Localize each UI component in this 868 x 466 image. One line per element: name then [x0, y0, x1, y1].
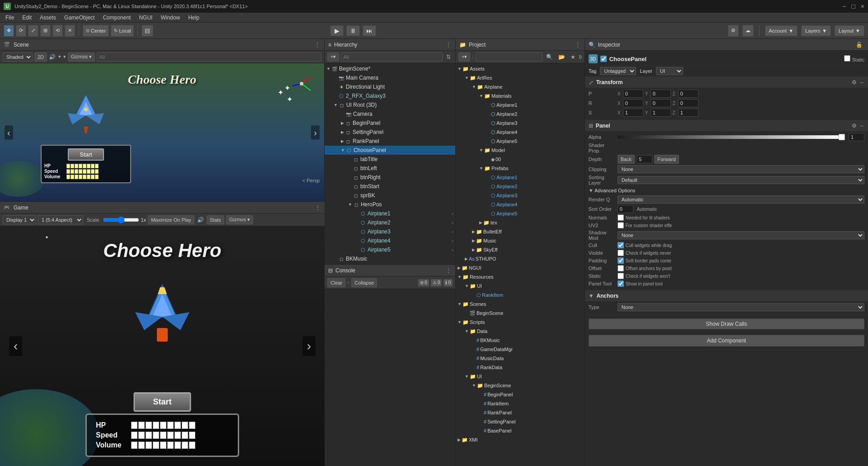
project-star-icon[interactable]: ★	[569, 53, 577, 61]
project-airplane-folder[interactable]: 📁 Airplane	[456, 82, 585, 91]
hierarchy-btnstart[interactable]: ◻ btnStart	[325, 182, 455, 191]
hierarchy-settingpanel[interactable]: ◻ SettingPanel	[325, 128, 455, 137]
project-mat-airplane4[interactable]: ⬡ Airplane4	[456, 128, 585, 137]
depth-back-btn[interactable]: Back	[618, 155, 635, 164]
step-button[interactable]: ⏭	[363, 25, 376, 36]
project-materials[interactable]: 📁 Materials	[456, 91, 585, 100]
project-gamedatamgr[interactable]: # GameDataMgr	[456, 345, 585, 354]
anchors-header[interactable]: ▼ Anchors	[585, 290, 868, 301]
play-button[interactable]: ▶	[330, 25, 344, 36]
project-rankpanel-script[interactable]: # RankPanel	[456, 408, 585, 417]
rot-x-input[interactable]	[623, 99, 643, 107]
settings-button[interactable]: ⚙	[728, 25, 739, 37]
hierarchy-rankpanel[interactable]: ◻ RankPanel	[325, 137, 455, 146]
pos-z-input[interactable]	[678, 90, 698, 98]
gizmos-button[interactable]: Gizmos ▾	[68, 52, 95, 62]
project-panel-menu[interactable]: ⋮	[575, 41, 581, 48]
transform-header[interactable]: ⤢ Transform ⚙ ↔	[585, 77, 868, 88]
panel-tool-checkbox[interactable]	[618, 281, 624, 287]
menu-ngui[interactable]: NGUI	[135, 14, 156, 22]
project-search-icon[interactable]: 🔍	[544, 53, 555, 61]
game-gizmos-button[interactable]: Gizmos ▾	[226, 215, 253, 224]
project-scripts[interactable]: 📁 Scripts	[456, 318, 585, 327]
minimize-button[interactable]: −	[842, 3, 846, 10]
hierarchy-airplane2[interactable]: ⬡ Airplane2 ›	[325, 218, 455, 227]
depth-input[interactable]	[637, 155, 652, 163]
scale-x-input[interactable]	[623, 109, 643, 117]
aspect-select[interactable]: 1 (5:4 Aspect)	[38, 215, 83, 224]
project-bkmusic-script[interactable]: # BKMusic	[456, 336, 585, 345]
hierarchy-main-camera[interactable]: 📷 Main Camera	[325, 73, 455, 82]
game-nav-right[interactable]: ›	[302, 336, 316, 356]
pivot-center-button[interactable]: ⊙ Center	[83, 25, 109, 37]
hierarchy-airplane3[interactable]: ⬡ Airplane3 ›	[325, 227, 455, 236]
menu-window[interactable]: Window	[157, 14, 184, 22]
project-ngui[interactable]: 📁 NGUI	[456, 263, 585, 272]
object-active-checkbox[interactable]	[600, 56, 607, 62]
pos-y-input[interactable]	[651, 90, 671, 98]
tool-transform[interactable]: ✕	[65, 25, 75, 37]
menu-assets[interactable]: Assets	[36, 14, 60, 22]
project-basepanel-script[interactable]: # BasePanel	[456, 426, 585, 435]
menu-edit[interactable]: Edit	[19, 14, 35, 22]
pos-x-input[interactable]	[623, 90, 643, 98]
coordinate-local-button[interactable]: ↻ Local	[111, 25, 134, 37]
hierarchy-beginscene[interactable]: 🎬 BeginScene*	[325, 64, 455, 73]
show-draw-calls-button[interactable]: Show Draw Calls	[589, 319, 864, 329]
advanced-options-header[interactable]: ▼ Advanced Options	[589, 187, 864, 194]
2d-button[interactable]: 2D	[34, 52, 47, 62]
shadow-mode-select[interactable]: None	[618, 231, 864, 239]
project-xmi[interactable]: 📁 XMI	[456, 435, 585, 444]
scale-y-input[interactable]	[651, 109, 671, 117]
console-tab[interactable]: Console	[335, 267, 355, 274]
layer-select[interactable]: UI	[656, 67, 683, 75]
tag-select[interactable]: Untagged	[600, 67, 636, 75]
audio-icon[interactable]: 🔊	[49, 54, 56, 60]
close-button[interactable]: ×	[861, 3, 864, 10]
project-scripts-ui-beginscene[interactable]: 📁 BeginScene	[456, 381, 585, 390]
project-mat-airplane2[interactable]: ⬡ Airplane2	[456, 109, 585, 119]
tool-scale[interactable]: ⊞	[40, 25, 51, 37]
project-mat-airplane5[interactable]: ⬡ Airplane5	[456, 137, 585, 146]
depth-forward-btn[interactable]: Forward	[654, 155, 679, 164]
project-mat-airplane1[interactable]: ⬡ Airplane1	[456, 100, 585, 109]
alpha-value-input[interactable]	[849, 133, 864, 141]
hierarchy-add-button[interactable]: +▾	[327, 52, 339, 62]
project-folder-icon[interactable]: 📂	[557, 53, 567, 61]
project-prefab-airplane4[interactable]: ⬡ Airplane4	[456, 200, 585, 209]
hierarchy-airplane4[interactable]: ⬡ Airplane4 ›	[325, 236, 455, 245]
project-resources[interactable]: 📁 Resources	[456, 272, 585, 281]
hierarchy-search-input[interactable]	[341, 52, 443, 62]
hierarchy-heropos[interactable]: ◻ HeroPos	[325, 200, 455, 209]
sort-order-input[interactable]	[618, 205, 633, 213]
menu-help[interactable]: Help	[184, 14, 203, 22]
console-panel-menu[interactable]: ⋮	[445, 267, 452, 274]
tool-rotate[interactable]: ⤢	[28, 25, 38, 37]
scene-extra-btn[interactable]: ▾	[63, 54, 66, 60]
scene-tab[interactable]: Scene	[14, 42, 29, 48]
hierarchy-btnright[interactable]: ◻ btnRight	[325, 173, 455, 182]
menu-component[interactable]: Component	[99, 14, 134, 22]
project-scenes[interactable]: 📁 Scenes	[456, 300, 585, 309]
project-tex[interactable]: 📁 tex	[456, 218, 585, 227]
project-artres[interactable]: 📁 ArtRes	[456, 73, 585, 82]
project-prefab-airplane5[interactable]: ⬡ Airplane5	[456, 209, 585, 218]
hierarchy-tab[interactable]: Hierarchy	[334, 42, 357, 48]
console-collapse-button[interactable]: Collapse	[351, 278, 377, 287]
project-tab[interactable]: Project	[469, 42, 486, 48]
project-mat-airplane3[interactable]: ⬡ Airplane3	[456, 119, 585, 128]
game-stats-button[interactable]: Stats	[207, 215, 224, 224]
render-q-select[interactable]: Automatic	[618, 195, 864, 204]
inspector-lock-button[interactable]: 🔓	[854, 41, 864, 49]
static-checkbox[interactable]	[844, 55, 850, 62]
project-beginpanel-script[interactable]: # BeginPanel	[456, 390, 585, 399]
clipping-select[interactable]: None	[618, 165, 864, 173]
project-search-input[interactable]	[476, 52, 542, 62]
project-model[interactable]: 📁 Model	[456, 146, 585, 155]
project-sthupo[interactable]: As STHUPO	[456, 254, 585, 263]
console-clear-arrow[interactable]: ▾	[347, 280, 349, 285]
panel-lock-icon[interactable]: ↔	[859, 123, 864, 128]
custom-tool-button[interactable]: ⊟	[142, 25, 153, 37]
account-dropdown[interactable]: Account ▼	[765, 25, 798, 36]
scene-search-input[interactable]	[97, 52, 321, 62]
